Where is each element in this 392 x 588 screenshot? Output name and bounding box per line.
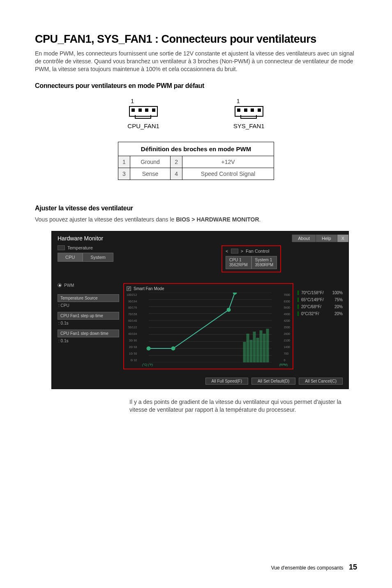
bios-title-bar: Hardware Monitor About Help X (52, 231, 348, 245)
default-connectors-heading: Connecteurs pour ventilateurs en mode PW… (35, 82, 357, 90)
cpu1-fan-tab[interactable]: CPU 1 3562RPM (226, 256, 251, 269)
fan-control-panel: < > Fan Control CPU 1 3562RPM System 1 3… (221, 245, 281, 272)
pin-num: 3 (118, 168, 130, 180)
nav-left-icon[interactable]: < (226, 249, 228, 254)
svg-point-20 (171, 346, 175, 350)
bios-screenshot: Hardware Monitor About Help X Temperatur… (51, 231, 349, 389)
temperature-label: Temperature (67, 245, 93, 250)
svg-rect-12 (247, 334, 249, 362)
table-row: 3 Sense 4 Speed Control Signal (118, 168, 274, 180)
pin-num: 4 (171, 168, 182, 180)
settings-panel: PWM Temperature Source : CPU CPU Fan1 st… (58, 283, 119, 369)
svg-rect-17 (263, 334, 266, 362)
cpu-tab[interactable]: CPU (58, 253, 83, 262)
chart-caption: Il y a des points de gradient de la vite… (129, 398, 357, 414)
nav-right-icon[interactable]: > (241, 249, 243, 254)
sys1-fan-tab[interactable]: System 1 3590RPM (251, 256, 277, 269)
step-down-button[interactable]: CPU Fan1 step down time (58, 330, 119, 337)
adjust-text-pre: Vous pouvez ajuster la vitesse des venti… (35, 216, 176, 223)
x-axis-left-label: (°C) (°F) (142, 363, 153, 366)
pin-definition-table: Définition des broches en mode PWM 1 Gro… (118, 142, 274, 180)
temperature-icon (58, 245, 65, 250)
x-axis-right-label: (RPM) (279, 363, 288, 366)
table-row: 1 Ground 2 +12V (118, 156, 274, 168)
fan-control-label: Fan Control (246, 249, 269, 254)
set-cancel-button[interactable]: All Set Cancel(C) (299, 378, 343, 385)
temperature-panel: Temperature CPU System (58, 245, 113, 262)
cpu-fan-connector: 1 CPU_FAN1 (127, 98, 159, 129)
pin-name: Ground (130, 156, 170, 168)
connector-icon (129, 106, 158, 117)
pwm-label: PWM (64, 283, 74, 288)
fan-icon (231, 249, 238, 254)
smart-fan-checkbox[interactable]: ✓ (127, 286, 131, 291)
svg-rect-14 (253, 332, 256, 362)
y-axis-right: 700063005600 490042003500 280021001400 7… (282, 293, 290, 362)
control-point-row[interactable]: 70°C/158°F/100% (297, 291, 343, 295)
control-points-panel: 70°C/158°F/100% 65°C/149°F/75% 20°C/68°F… (297, 283, 343, 369)
svg-rect-13 (250, 340, 253, 362)
full-speed-button[interactable]: All Full Speed(F) (205, 378, 248, 385)
close-button[interactable]: X (337, 235, 348, 242)
page-footer: Vue d'ensemble des composants 15 (271, 563, 357, 572)
about-button[interactable]: About (292, 235, 316, 242)
system-tab[interactable]: System (83, 253, 113, 262)
sys-fan-connector: 1 SYS_FAN1 (233, 98, 265, 129)
set-default-button[interactable]: All Set Default(D) (251, 378, 295, 385)
pin-table-header: Définition des broches en mode PWM (118, 142, 274, 156)
help-button[interactable]: Help (316, 235, 337, 242)
pin-name: Sense (130, 168, 170, 180)
pin-name: Speed Control Signal (182, 168, 274, 180)
adjust-heading: Ajuster la vitesse des ventilateur (35, 205, 357, 212)
connector-icon (235, 106, 263, 117)
pin1-marker: 1 (237, 98, 240, 104)
svg-rect-16 (260, 330, 263, 362)
svg-rect-15 (256, 338, 259, 362)
control-point-row[interactable]: 65°C/149°F/75% (297, 297, 343, 302)
bios-window-title: Hardware Monitor (58, 235, 103, 242)
page-title: CPU_FAN1, SYS_FAN1 : Connecteurs pour ve… (35, 33, 357, 46)
svg-point-19 (147, 346, 151, 350)
intro-paragraph: En mode PWM, les connecteurs fournissent… (35, 50, 357, 73)
adjust-text-bold: BIOS > HARDWARE MONITOR (176, 216, 259, 223)
control-point-row[interactable]: 20°C/68°F/20% (297, 304, 343, 309)
temp-source-value: : CPU (58, 303, 119, 308)
step-up-value: : 0.1s (58, 321, 119, 325)
pin-name: +12V (182, 156, 274, 168)
adjust-paragraph: Vous pouvez ajuster la vitesse des venti… (35, 216, 357, 223)
fan-curve-chart: ✓ Smart Fan Mode 100/21290/19480/176 70/… (123, 283, 293, 369)
smart-fan-label: Smart Fan Mode (134, 286, 164, 291)
temp-source-button[interactable]: Temperature Source (58, 294, 119, 302)
svg-rect-11 (243, 342, 246, 362)
chart-svg (138, 293, 282, 362)
control-point-row[interactable]: 0°C/32°F/20% (297, 311, 343, 316)
step-down-value: : 0.1s (58, 339, 119, 343)
sys-fan-label: SYS_FAN1 (233, 122, 265, 129)
svg-rect-18 (266, 329, 269, 362)
svg-point-21 (227, 308, 231, 312)
step-up-button[interactable]: CPU Fan1 step up time (58, 312, 119, 320)
pin-num: 2 (171, 156, 182, 168)
svg-point-22 (233, 293, 237, 295)
pin1-marker: 1 (131, 98, 134, 104)
footer-text: Vue d'ensemble des composants (271, 565, 344, 571)
cpu-fan-label: CPU_FAN1 (127, 122, 159, 129)
connector-diagrams: 1 CPU_FAN1 1 SYS_FAN1 (35, 98, 357, 129)
y-axis-left: 100/21290/19480/176 70/15860/14050/122 4… (127, 293, 138, 362)
pwm-radio[interactable] (58, 283, 62, 287)
pin-num: 1 (118, 156, 130, 168)
footer-page-number: 15 (349, 563, 357, 571)
